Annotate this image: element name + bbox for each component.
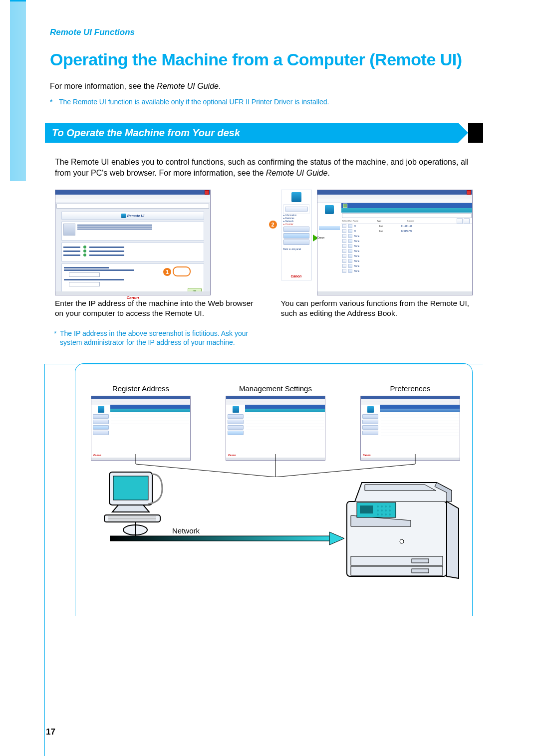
section-heading-bar: To Operate the Machine from Your desk — [45, 123, 483, 143]
asterisk-icon: * — [50, 98, 57, 106]
brand-logo: Canon — [281, 274, 311, 278]
screenshot-nav-panel: ▸ Information ▸ Features ▸ Network ▸ Cou… — [281, 190, 312, 280]
sidebar-button — [319, 231, 340, 235]
decorative-left-rule — [10, 0, 26, 181]
address-bar — [56, 204, 209, 209]
sidebar-button — [319, 221, 340, 225]
page-number: 17 — [46, 727, 55, 737]
table-row: None — [341, 234, 472, 239]
tab-icon — [343, 204, 347, 208]
remote-ui-icon — [291, 192, 301, 202]
svg-point-21 — [377, 509, 379, 511]
ab-dropdown — [342, 213, 472, 218]
intro-suffix: . — [219, 82, 221, 90]
remote-ui-icon — [325, 205, 334, 214]
window-menubar — [317, 195, 472, 199]
nav-link: ▸ Features — [283, 217, 311, 220]
remote-ui-banner: Remote UI — [61, 212, 204, 220]
svg-point-20 — [389, 505, 391, 507]
svg-rect-14 — [412, 569, 429, 573]
note-driver-text: The Remote UI function is available only… — [59, 98, 329, 106]
nav-link-selected: ▸ Counter — [283, 223, 311, 226]
screenshot-login: Remote UI OK — [55, 190, 211, 295]
thumb-1-title: Register Address — [86, 384, 196, 393]
remote-ui-icon — [367, 406, 374, 413]
svg-point-29 — [400, 539, 404, 543]
asterisk-icon: * — [54, 329, 56, 338]
svg-point-25 — [377, 513, 379, 515]
section-description: The Remote UI enables you to control fun… — [55, 157, 474, 178]
table-row: None — [341, 249, 472, 253]
table-row: None — [341, 258, 472, 263]
intro-prefix: For more information, see the — [50, 82, 157, 90]
status-table — [61, 243, 204, 261]
printer-icon — [337, 457, 462, 603]
caption-row: Enter the IP address of the machine into… — [55, 298, 482, 318]
status-dot-icon — [83, 253, 86, 256]
sidebar-button — [319, 216, 340, 220]
window-toolbar — [317, 199, 472, 203]
network-arrow-icon — [110, 530, 344, 548]
status-dot-icon — [83, 250, 86, 252]
svg-rect-1 — [113, 476, 148, 500]
desc-suffix: . — [327, 169, 329, 177]
svg-point-19 — [385, 505, 387, 507]
ab-header: Select User NameTypeContent — [341, 219, 472, 224]
device-info-lines — [77, 224, 202, 239]
status-dot-icon — [83, 246, 86, 249]
svg-point-18 — [381, 505, 383, 507]
breadcrumb: Remote UI Functions — [50, 27, 135, 37]
thumbnail-row: Register Address Canon Management Settin… — [86, 384, 465, 461]
section-heading: To Operate the Machine from Your desk — [45, 123, 458, 143]
ab-subtab — [341, 208, 472, 213]
device-info-box — [61, 222, 204, 241]
thumb-register-address: Canon — [91, 396, 191, 461]
page-icon — [464, 218, 470, 224]
table-row: None — [341, 253, 472, 258]
content-frame-rule — [44, 364, 45, 756]
remote-ui-banner-text: Remote UI — [127, 214, 145, 218]
screenshot-row: Remote UI OK — [55, 190, 482, 294]
brand-logo: Canon — [317, 236, 341, 239]
ab-tab — [341, 203, 472, 208]
note-ip-text: The IP address in the above screenshot i… — [60, 329, 248, 346]
window-titlebar — [55, 190, 210, 195]
remote-ui-icon — [98, 406, 104, 413]
page-icon — [457, 218, 463, 224]
table-row: None — [341, 263, 472, 268]
nav-link: ▸ Network — [283, 220, 311, 223]
ab-main: Select User NameTypeContent HFax11111111… — [341, 203, 472, 291]
nav-address-button — [283, 233, 309, 239]
svg-rect-8 — [110, 536, 329, 541]
svg-point-28 — [389, 513, 391, 515]
window-toolbar — [55, 199, 210, 203]
password-field — [69, 272, 100, 277]
username-field — [69, 282, 100, 286]
remote-ui-icon — [121, 214, 126, 218]
nav-device-button — [285, 207, 308, 212]
svg-point-22 — [381, 509, 383, 511]
step-2-badge: 2 — [269, 221, 277, 229]
desc-guide-name: Remote UI Guide — [266, 169, 328, 177]
close-icon — [205, 190, 209, 195]
svg-point-17 — [377, 505, 379, 507]
status-bar — [55, 291, 210, 295]
arrow-divider-icon — [458, 123, 468, 143]
caption-1: Enter the IP address of the machine into… — [55, 298, 256, 318]
svg-rect-16 — [360, 505, 373, 513]
caption-2: You can perform various functions from t… — [281, 298, 482, 318]
table-row: None — [341, 239, 472, 244]
step-1-highlight — [173, 266, 191, 276]
svg-point-26 — [381, 513, 383, 515]
desc-text: The Remote UI enables you to control fun… — [55, 158, 469, 177]
nav-job-status-button — [283, 227, 309, 232]
thumb-management-settings: Canon — [226, 396, 325, 461]
toolbar-icons — [457, 218, 470, 224]
thumb-3-title: Preferences — [355, 384, 465, 393]
step-1-badge: 1 — [163, 268, 171, 276]
svg-rect-13 — [412, 559, 429, 563]
note-ip: * The IP address in the above screenshot… — [60, 329, 270, 347]
network-diagram: Network — [75, 469, 472, 614]
table-row: None — [341, 244, 472, 249]
table-row: HFax111111111 — [341, 224, 472, 229]
